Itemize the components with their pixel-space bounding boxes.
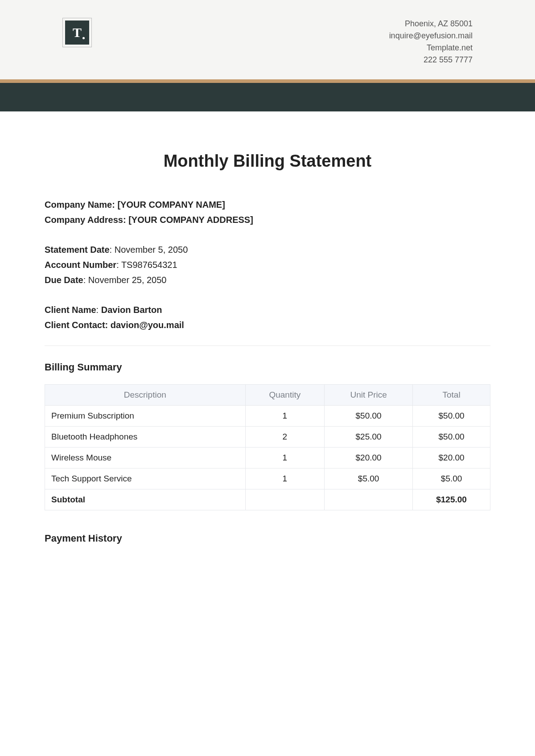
payment-history-title: Payment History: [45, 533, 490, 544]
header-address: Phoenix, AZ 85001: [389, 18, 473, 30]
company-address-label: Company Address:: [45, 215, 126, 225]
client-name-label: Client Name: [45, 305, 96, 315]
header: T Phoenix, AZ 85001 inquire@eyefusion.ma…: [0, 0, 535, 79]
cell-qty: 1: [245, 406, 325, 427]
statement-date-value: November 5, 2050: [115, 245, 188, 255]
company-address-line: Company Address: [YOUR COMPANY ADDRESS]: [45, 213, 490, 227]
cell-unit: $50.00: [325, 406, 413, 427]
statement-date-line: Statement Date: November 5, 2050: [45, 242, 490, 257]
table-row: Bluetooth Headphones 2 $25.00 $50.00: [45, 427, 490, 448]
due-date-line: Due Date: November 25, 2050: [45, 273, 490, 287]
header-email: inquire@eyefusion.mail: [389, 30, 473, 42]
subtotal-empty: [325, 489, 413, 510]
account-number-label: Account Number: [45, 260, 116, 270]
cell-desc: Tech Support Service: [45, 468, 246, 489]
client-name-line: Client Name: Davion Barton: [45, 303, 490, 317]
statement-info: Statement Date: November 5, 2050 Account…: [45, 242, 490, 287]
cell-desc: Premium Subscription: [45, 406, 246, 427]
account-number-value: TS987654321: [121, 260, 177, 270]
divider: [45, 345, 490, 346]
cell-total: $5.00: [413, 468, 490, 489]
logo-inner: T: [65, 21, 89, 45]
cell-total: $20.00: [413, 448, 490, 468]
cell-total: $50.00: [413, 427, 490, 448]
dark-bar: [0, 83, 535, 111]
header-phone: 222 555 7777: [389, 54, 473, 66]
th-quantity: Quantity: [245, 385, 325, 406]
client-contact-value: davion@you.mail: [111, 320, 184, 330]
logo-dot: [82, 37, 85, 39]
company-name-label: Company Name:: [45, 200, 115, 210]
table-row: Tech Support Service 1 $5.00 $5.00: [45, 468, 490, 489]
billing-summary-title: Billing Summary: [45, 362, 490, 373]
cell-qty: 1: [245, 448, 325, 468]
client-name-value: Davion Barton: [101, 305, 162, 315]
due-date-value: November 25, 2050: [88, 275, 167, 285]
header-site: Template.net: [389, 42, 473, 54]
client-contact-line: Client Contact: davion@you.mail: [45, 318, 490, 332]
cell-desc: Wireless Mouse: [45, 448, 246, 468]
company-info: Company Name: [YOUR COMPANY NAME] Compan…: [45, 197, 490, 227]
cell-unit: $20.00: [325, 448, 413, 468]
table-row: Premium Subscription 1 $50.00 $50.00: [45, 406, 490, 427]
company-address-value: [YOUR COMPANY ADDRESS]: [128, 215, 253, 225]
billing-summary-table: Description Quantity Unit Price Total Pr…: [45, 384, 490, 510]
cell-desc: Bluetooth Headphones: [45, 427, 246, 448]
client-info: Client Name: Davion Barton Client Contac…: [45, 303, 490, 332]
gold-bar: [0, 79, 535, 83]
subtotal-empty: [245, 489, 325, 510]
subtotal-row: Subtotal $125.00: [45, 489, 490, 510]
cell-total: $50.00: [413, 406, 490, 427]
th-unit-price: Unit Price: [325, 385, 413, 406]
th-total: Total: [413, 385, 490, 406]
table-header-row: Description Quantity Unit Price Total: [45, 385, 490, 406]
cell-unit: $25.00: [325, 427, 413, 448]
th-description: Description: [45, 385, 246, 406]
subtotal-value: $125.00: [413, 489, 490, 510]
cell-unit: $5.00: [325, 468, 413, 489]
header-contact: Phoenix, AZ 85001 inquire@eyefusion.mail…: [389, 18, 473, 66]
logo-letter: T: [73, 26, 82, 39]
statement-date-label: Statement Date: [45, 245, 110, 255]
content: Monthly Billing Statement Company Name: …: [0, 111, 535, 573]
due-date-label: Due Date: [45, 275, 83, 285]
company-name-line: Company Name: [YOUR COMPANY NAME]: [45, 197, 490, 212]
cell-qty: 2: [245, 427, 325, 448]
logo: T: [62, 18, 92, 47]
cell-qty: 1: [245, 468, 325, 489]
table-row: Wireless Mouse 1 $20.00 $20.00: [45, 448, 490, 468]
company-name-value: [YOUR COMPANY NAME]: [117, 200, 225, 210]
subtotal-label: Subtotal: [45, 489, 246, 510]
page-title: Monthly Billing Statement: [45, 152, 490, 171]
client-contact-label: Client Contact:: [45, 320, 108, 330]
account-number-line: Account Number: TS987654321: [45, 258, 490, 272]
